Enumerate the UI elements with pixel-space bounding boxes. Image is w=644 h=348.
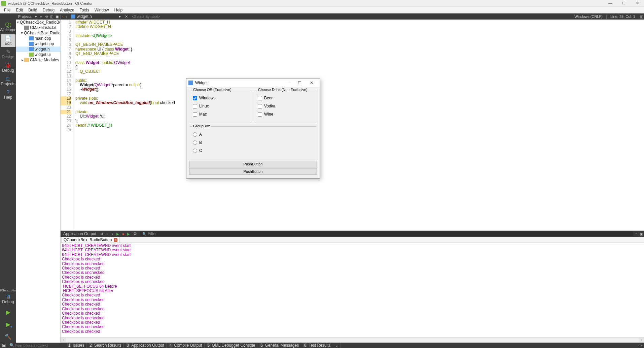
tree-widget-cpp[interactable]: widget.cpp xyxy=(35,41,54,46)
output-scrollbar[interactable]: ‹ › xyxy=(61,337,644,343)
output-filter-input[interactable]: 🔍 Filter xyxy=(140,231,633,236)
output-title: Application Output xyxy=(61,231,99,236)
scroll-left-icon[interactable]: ‹ xyxy=(61,338,66,342)
output-next-icon[interactable]: › xyxy=(110,232,115,236)
line-ending-label[interactable]: Windows (CRLF) xyxy=(571,14,606,19)
groupbox-radio: GroupBox A B C xyxy=(190,126,316,159)
qt-logo-icon: Qt xyxy=(5,22,11,28)
menu-file[interactable]: File xyxy=(1,8,13,12)
widget-close-icon[interactable]: ✕ xyxy=(306,81,318,85)
groupbox-radio-title: GroupBox xyxy=(192,124,211,128)
widget-maximize-icon[interactable]: ☐ xyxy=(293,81,306,85)
symbol-selector[interactable]: <Select Symbol> xyxy=(129,14,571,19)
output-tab[interactable]: QChaeckBox_RadioButton ✕ xyxy=(61,237,120,243)
filter-icon[interactable]: ▿ xyxy=(38,15,44,19)
checkbox-windows[interactable]: Windows xyxy=(193,96,248,100)
status-test-results[interactable]: 8Test Results xyxy=(301,343,333,348)
menu-debug[interactable]: Debug xyxy=(40,8,57,12)
edit-icon: 📄 xyxy=(5,36,11,41)
menu-edit[interactable]: Edit xyxy=(13,8,26,12)
radio-a[interactable]: A xyxy=(193,132,313,137)
radio-c[interactable]: C xyxy=(193,148,313,153)
status-application-output[interactable]: 3Application Output xyxy=(124,343,167,348)
checkbox-mac[interactable]: Mac xyxy=(193,112,248,117)
menu-analyze[interactable]: Analyze xyxy=(57,8,77,12)
run-debug-button[interactable]: ▶● xyxy=(3,320,13,329)
output-expand-icon[interactable]: ▣ xyxy=(639,232,644,236)
status-issues[interactable]: 1Issues xyxy=(65,343,87,348)
mode-welcome[interactable]: QtWelcome xyxy=(1,21,15,34)
mode-bar: QtWelcome 📄Edit ✎Design 🐞Debug 🗀Projects… xyxy=(0,20,16,343)
nav-forward-icon[interactable]: › xyxy=(65,14,69,19)
scroll-right-icon[interactable]: › xyxy=(639,338,644,342)
kit-selector-label[interactable]: QChae...utton xyxy=(0,288,17,293)
tree-main-cpp[interactable]: main.cpp xyxy=(35,36,51,41)
status-close-icon[interactable]: ▣ xyxy=(0,343,8,348)
mode-projects[interactable]: 🗀Projects xyxy=(1,75,15,88)
mode-help[interactable]: ?Help xyxy=(1,88,15,101)
output-gear-icon[interactable]: ⚙ xyxy=(131,231,139,236)
tree-cmake-modules[interactable]: CMake Modules xyxy=(30,58,59,62)
status-compile-output[interactable]: 4Compile Output xyxy=(167,343,204,348)
nav-back-icon[interactable]: ‹ xyxy=(61,14,65,19)
output-up-icon[interactable]: ˄ xyxy=(633,232,639,236)
output-prev-icon[interactable]: ‹ xyxy=(104,232,110,236)
tree-subproject[interactable]: QChaeckBox_Radio xyxy=(24,31,61,35)
tree-widget-h[interactable]: widget.h xyxy=(35,47,50,52)
qt-app-icon xyxy=(1,1,6,6)
menu-tools[interactable]: Tools xyxy=(77,8,92,12)
sync-icon[interactable]: ⟲ xyxy=(44,15,49,19)
tree-widget-ui[interactable]: widget.ui xyxy=(35,52,50,57)
widget-titlebar[interactable]: Widget — ☐ ✕ xyxy=(186,78,320,87)
status-search-results[interactable]: 2Search Results xyxy=(87,343,124,348)
groupbox-drink-title: Choose Drink (Non Exclusive) xyxy=(257,88,309,92)
close-file-icon[interactable]: ✕ xyxy=(123,14,129,19)
mode-debug[interactable]: 🐞Debug xyxy=(1,61,15,74)
build-button[interactable]: 🔨 xyxy=(3,332,13,341)
tree-root[interactable]: QChaeckBox_RadioBo xyxy=(20,20,61,25)
mode-edit[interactable]: 📄Edit xyxy=(1,34,15,47)
open-file-selector[interactable]: widget.h ▾ xyxy=(69,14,123,19)
output-stop-icon[interactable]: ■ xyxy=(120,232,126,236)
locator[interactable]: 🔍 xyxy=(8,343,65,348)
checkbox-linux[interactable]: Linux xyxy=(193,104,248,108)
widget-minimize-icon[interactable]: — xyxy=(281,81,293,85)
status-general-messages[interactable]: 6General Messages xyxy=(257,343,301,348)
menu-build[interactable]: Build xyxy=(26,8,40,12)
radio-b[interactable]: B xyxy=(193,140,313,145)
mode-debug-kit[interactable]: 🖥Debug xyxy=(1,293,15,306)
output-rerun-icon[interactable]: ▶ xyxy=(126,232,131,236)
window-maximize-icon[interactable]: ☐ xyxy=(617,0,631,6)
pushbutton-1[interactable]: PushButton xyxy=(189,161,317,167)
window-minimize-icon[interactable]: — xyxy=(604,0,617,6)
output-console[interactable]: 64bit HCBT_CREATEWND event start64bit HC… xyxy=(61,243,644,337)
run-button[interactable]: ▶ xyxy=(3,308,13,317)
close-tab-icon[interactable]: ✕ xyxy=(114,238,117,242)
chevron-down-icon[interactable]: ▾ xyxy=(34,14,38,19)
checkbox-wine[interactable]: Wine xyxy=(258,112,313,117)
code-editor[interactable]: 1234567891011121314151617181920212223242… xyxy=(61,20,644,231)
status-progress-icon[interactable]: ▭ xyxy=(636,343,644,348)
close-panel-icon[interactable]: ▣ xyxy=(55,15,60,19)
split-icon[interactable]: ◫ xyxy=(49,15,55,19)
output-run-icon[interactable]: ▶ xyxy=(115,232,120,236)
menu-help[interactable]: Help xyxy=(112,8,126,12)
bug-icon: 🐞 xyxy=(5,63,11,68)
menu-window[interactable]: Window xyxy=(92,8,112,12)
tree-cmakelists[interactable]: CMakeLists.txt xyxy=(30,25,57,30)
widget-preview-window[interactable]: Widget — ☐ ✕ Choose OS (Exclusive) Windo… xyxy=(186,78,320,179)
pushbutton-2[interactable]: PushButton xyxy=(189,168,317,175)
project-tree[interactable]: ▾QChaeckBox_RadioBo CMakeLists.txt ▾QCha… xyxy=(16,20,61,343)
status-qml-debugger-console[interactable]: 5QML Debugger Console xyxy=(205,343,258,348)
editor-split-icon[interactable]: ◫ xyxy=(639,15,644,19)
status-more-icon[interactable]: ⌄ xyxy=(333,343,341,348)
checkbox-vodka[interactable]: Vodka xyxy=(258,104,313,108)
checkbox-beer[interactable]: Beer xyxy=(258,96,313,100)
groupbox-drink: Choose Drink (Non Exclusive) Beer Vodka … xyxy=(255,90,316,123)
mode-design[interactable]: ✎Design xyxy=(1,48,15,61)
window-close-icon[interactable]: ✕ xyxy=(631,0,644,6)
output-settings-icon[interactable]: ⚙ xyxy=(99,232,104,236)
locator-input[interactable] xyxy=(14,344,62,347)
groupbox-os: Choose OS (Exclusive) Windows Linux Mac xyxy=(190,90,251,123)
projects-dropdown[interactable]: Projects xyxy=(16,14,34,19)
